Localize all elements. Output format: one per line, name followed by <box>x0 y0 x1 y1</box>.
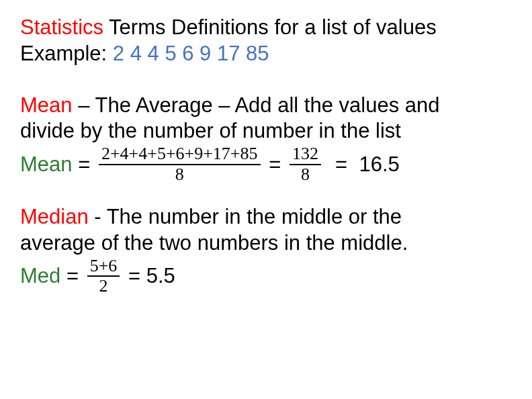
title-keyword: Statistics <box>20 15 103 39</box>
median-fraction: 5+6 2 <box>87 257 120 296</box>
mean-def-line1: Mean – The Average – Add all the values … <box>20 93 512 119</box>
mean-frac2-num: 132 <box>290 144 321 165</box>
equals-sign: = <box>122 264 146 288</box>
mean-frac1-num: 2+4+4+5+6+9+17+85 <box>99 144 261 165</box>
mean-term: Mean <box>20 93 73 117</box>
equals-sign: = <box>78 152 96 177</box>
median-def-line2: average of the two numbers in the middle… <box>20 230 512 257</box>
spacer <box>20 184 512 204</box>
median-def-line1: Median - The number in the middle or the <box>20 204 512 230</box>
median-result: 5.5 <box>146 264 175 288</box>
equals-sign: = <box>66 264 85 288</box>
example-label: Example: <box>20 42 113 65</box>
equals-sign: = <box>324 152 359 177</box>
median-frac-num: 5+6 <box>87 257 120 277</box>
median-term: Median <box>20 205 89 228</box>
mean-def1: – The Average – Add all the values and <box>73 93 440 117</box>
mean-eq-label: Mean <box>20 152 78 177</box>
mean-frac2-den: 8 <box>290 165 321 185</box>
median-frac-den: 2 <box>87 277 120 296</box>
mean-fraction-sum: 2+4+4+5+6+9+17+85 8 <box>99 144 261 184</box>
title-line: Statistics Terms Definitions for a list … <box>20 15 512 41</box>
mean-result: 16.5 <box>359 152 399 177</box>
mean-frac1-den: 8 <box>99 165 261 185</box>
spacer <box>20 67 512 93</box>
title-rest: Terms Definitions for a list of values <box>103 15 437 39</box>
example-values: 2 4 4 5 6 9 17 85 <box>113 42 269 65</box>
median-equation: Med = 5+6 2 = 5.5 <box>20 257 512 296</box>
mean-def-line2: divide by the number of number in the li… <box>20 118 512 144</box>
slide: Statistics Terms Definitions for a list … <box>0 0 532 311</box>
example-line: Example: 2 4 4 5 6 9 17 85 <box>20 41 512 67</box>
median-eq-label: Med <box>20 264 66 288</box>
equals-sign: = <box>263 152 287 177</box>
median-def1: - The number in the middle or the <box>89 205 402 228</box>
mean-equation: Mean = 2+4+4+5+6+9+17+85 8 = 132 8 = 16.… <box>20 144 512 184</box>
mean-fraction-reduced: 132 8 <box>290 144 321 184</box>
